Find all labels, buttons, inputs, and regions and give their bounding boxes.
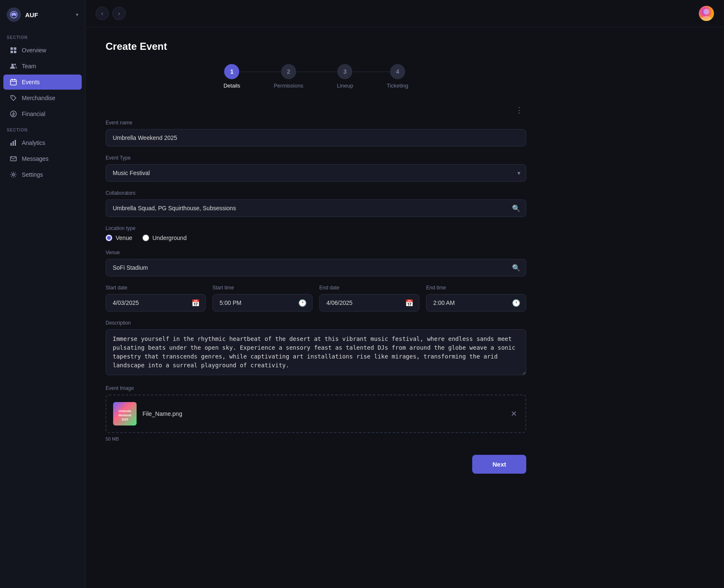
start-date-label: Start date: [106, 285, 206, 291]
forward-button[interactable]: ›: [112, 7, 126, 20]
step-3-circle: 3: [337, 64, 352, 79]
end-time-label: End time: [426, 285, 526, 291]
sidebar-item-events[interactable]: Events: [3, 75, 82, 90]
logo-chevron-icon: ▾: [76, 12, 78, 18]
datetime-grid: Start date 📅 Start time 🕐 End date 📅: [106, 285, 526, 320]
sidebar-item-team[interactable]: Team: [3, 59, 82, 74]
section1-label: SECTION: [0, 29, 85, 42]
collaborators-input-wrapper: 🔍: [106, 199, 526, 217]
event-type-group: Event Type Music Festival ▾: [106, 155, 526, 182]
main-content: ‹ › Create Event: [85, 0, 724, 588]
sidebar-item-overview[interactable]: Overview: [3, 43, 82, 58]
file-upload-area[interactable]: Umbrella Weekend 2025 File_Name.png ✕: [106, 395, 526, 433]
location-type-group: Location type Venue Underground: [106, 225, 526, 241]
svg-rect-8: [12, 79, 13, 80]
end-date-input[interactable]: [319, 294, 419, 312]
radio-underground-input[interactable]: [142, 235, 149, 241]
more-options-button[interactable]: ⋮: [512, 104, 526, 116]
step-1-label: Details: [223, 83, 240, 89]
chart-icon: [10, 139, 17, 146]
sidebar-item-analytics-label: Analytics: [22, 139, 45, 146]
sidebar-item-merchandise[interactable]: Merchandise: [3, 90, 82, 106]
end-date-label: End date: [319, 285, 419, 291]
svg-rect-2: [14, 47, 16, 50]
sidebar-item-financial-label: Financial: [22, 111, 45, 117]
venue-label: Venue: [106, 250, 526, 255]
svg-rect-1: [10, 47, 13, 50]
next-button[interactable]: Next: [472, 455, 526, 474]
calendar-icon: [10, 79, 17, 85]
sidebar-item-overview-label: Overview: [22, 47, 46, 54]
event-name-group: Event name: [106, 120, 526, 147]
sidebar-item-merchandise-label: Merchandise: [22, 95, 55, 101]
step-details: 1 Details: [223, 64, 240, 89]
step-permissions: 2 Permissions: [274, 64, 303, 89]
venue-input[interactable]: [106, 259, 526, 276]
event-image-group: Event Image: [106, 385, 526, 441]
radio-venue[interactable]: Venue: [106, 235, 132, 241]
file-remove-button[interactable]: ✕: [509, 407, 519, 420]
svg-text:Weekend: Weekend: [119, 414, 132, 417]
mail-icon: [10, 155, 17, 162]
sidebar: AUF ▾ SECTION Overview Team Events Merch…: [0, 0, 85, 588]
end-time-input[interactable]: [426, 294, 526, 312]
svg-rect-9: [14, 79, 15, 80]
event-type-select[interactable]: Music Festival: [106, 164, 526, 182]
start-date-group: Start date 📅: [106, 285, 206, 312]
sidebar-item-financial[interactable]: Financial: [3, 106, 82, 121]
event-type-label: Event Type: [106, 155, 526, 161]
svg-rect-13: [13, 141, 14, 146]
sidebar-item-team-label: Team: [22, 63, 36, 70]
back-button[interactable]: ‹: [96, 7, 109, 20]
event-name-input[interactable]: [106, 129, 526, 147]
sidebar-item-messages-label: Messages: [22, 155, 49, 162]
step-3-label: Lineup: [337, 83, 353, 89]
end-date-group: End date 📅: [319, 285, 419, 312]
radio-underground[interactable]: Underground: [142, 235, 187, 241]
user-avatar[interactable]: [699, 6, 714, 21]
step-2-label: Permissions: [274, 83, 303, 89]
topbar: ‹ ›: [85, 0, 724, 27]
description-group: Description Immerse yourself in the rhyt…: [106, 320, 526, 377]
event-image-label: Event Image: [106, 385, 526, 391]
svg-point-10: [12, 97, 13, 98]
svg-point-6: [14, 64, 16, 65]
tag-icon: [10, 95, 17, 101]
start-time-input[interactable]: [212, 294, 313, 312]
step-4-label: Ticketing: [387, 83, 409, 89]
description-textarea[interactable]: Immerse yourself in the rhythmic heartbe…: [106, 329, 526, 375]
more-options-row: ⋮: [106, 104, 526, 116]
radio-venue-input[interactable]: [106, 235, 112, 241]
step-lineup: 3 Lineup: [337, 64, 353, 89]
end-time-group: End time 🕐: [426, 285, 526, 312]
event-name-label: Event name: [106, 120, 526, 126]
sidebar-item-analytics[interactable]: Analytics: [3, 135, 82, 150]
end-date-wrapper: 📅: [319, 294, 419, 312]
start-date-input[interactable]: [106, 294, 206, 312]
start-time-group: Start time 🕐: [212, 285, 313, 312]
svg-rect-3: [10, 51, 13, 53]
description-label: Description: [106, 320, 526, 326]
collaborators-input[interactable]: [106, 199, 526, 217]
sidebar-item-settings[interactable]: Settings: [3, 167, 82, 182]
svg-rect-12: [10, 143, 12, 146]
page-content: Create Event 1 Details 2 Permissions 3: [85, 27, 546, 494]
svg-point-5: [11, 64, 14, 66]
event-type-select-wrapper: Music Festival ▾: [106, 164, 526, 182]
sidebar-logo[interactable]: AUF ▾: [0, 0, 85, 29]
step-1-circle: 1: [224, 64, 239, 79]
sidebar-item-messages[interactable]: Messages: [3, 151, 82, 166]
radio-venue-label: Venue: [116, 235, 132, 241]
step-4-circle: 4: [390, 64, 405, 79]
gear-icon: [10, 171, 17, 178]
start-date-wrapper: 📅: [106, 294, 206, 312]
svg-rect-15: [10, 157, 16, 161]
end-time-wrapper: 🕐: [426, 294, 526, 312]
stepper: 1 Details 2 Permissions 3 Lineup: [106, 64, 526, 89]
page-title: Create Event: [106, 41, 526, 52]
sidebar-item-settings-label: Settings: [22, 171, 43, 178]
collaborators-label: Collaborators: [106, 190, 526, 196]
step-2-circle: 2: [281, 64, 296, 79]
file-size-label: 50 MB: [106, 436, 526, 441]
file-name-label: File_Name.png: [142, 410, 503, 417]
